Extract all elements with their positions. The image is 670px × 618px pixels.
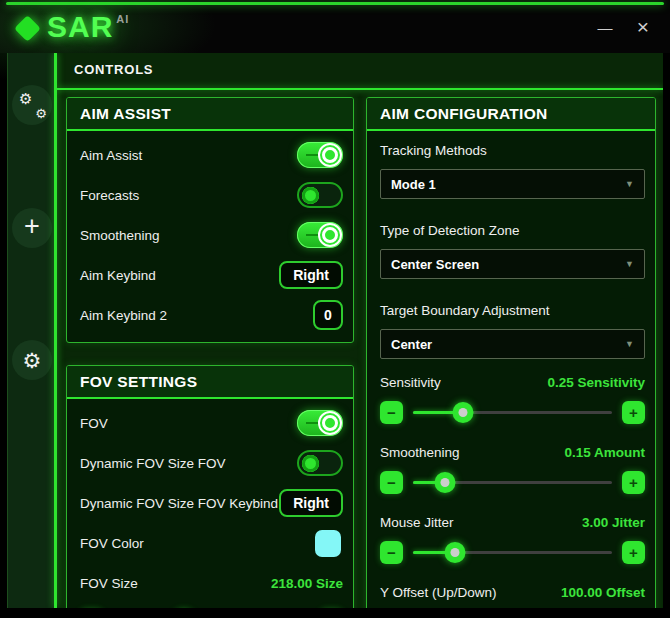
dropdown-label: Tracking Methods — [380, 141, 645, 161]
page-title: CONTROLS — [74, 62, 153, 77]
slider-value: 3.00 Jitter — [582, 515, 645, 530]
fov-color-row: FOV Color — [80, 523, 343, 563]
slider-label-row: Sensitivity 0.25 Sensitivity — [380, 372, 645, 392]
brand-title: SAR — [47, 12, 113, 42]
aim-configuration-body: Tracking Methods Mode 1 ▼ Type of Detect… — [367, 131, 655, 606]
dynamic-fov-toggle-row: Dynamic FOV Size FOV — [80, 443, 343, 483]
sidebar-item-settings[interactable]: ⚙ — [12, 340, 52, 380]
sensitivity-slider: − + — [380, 401, 645, 424]
row-label: FOV — [80, 416, 108, 431]
dynamic-fov-keybind-row: Dynamic FOV Size FOV Keybind Right — [80, 483, 343, 523]
aim-assist-header: AIM ASSIST — [67, 98, 353, 131]
fov-settings-panel: FOV SETTINGS FOV Dynamic FOV Size FOV Dy… — [66, 365, 354, 608]
content-area: ⚙⚙ + ⚙ CONTROLS AIM ASSIST Aim Assist — [7, 53, 663, 608]
dynamic-fov-toggle[interactable] — [297, 450, 343, 476]
slider-value: 100.00 Offset — [561, 585, 645, 600]
slider-thumb[interactable] — [444, 542, 465, 563]
dynamic-fov-keybind-button[interactable]: Right — [279, 489, 343, 517]
fov-toggle[interactable] — [297, 410, 343, 436]
slider-thumb-dot — [450, 548, 459, 557]
aim-keybind-button[interactable]: Right — [279, 261, 343, 289]
toggle-knob — [302, 455, 319, 472]
aim-assist-toggle-row: Aim Assist — [80, 135, 343, 175]
minimize-button[interactable]: — — [592, 14, 618, 40]
slider-minus-button[interactable]: − — [380, 541, 403, 564]
forecasts-toggle[interactable] — [297, 182, 343, 208]
fov-size-value: 218.00 Size — [271, 576, 343, 591]
detection-zone-dropdown[interactable]: Center Screen ▼ — [380, 249, 645, 279]
forecasts-toggle-row: Forecasts — [80, 175, 343, 215]
fov-size-row: FOV Size 218.00 Size — [80, 563, 343, 603]
slider-thumb-dot — [440, 478, 449, 487]
boundary-adjustment-dropdown[interactable]: Center ▼ — [380, 329, 645, 359]
top-accent-line — [6, 2, 664, 5]
brand-superscript: AI — [116, 13, 129, 25]
sidebar-accent-line — [54, 53, 57, 608]
dropdown-value: Mode 1 — [391, 177, 436, 192]
aim-assist-title: AIM ASSIST — [80, 105, 171, 123]
smoothening-toggle[interactable] — [297, 222, 343, 248]
row-label: Aim Keybind 2 — [80, 308, 167, 323]
diamond-icon — [14, 15, 41, 42]
aim-keybind-2-button[interactable]: 0 — [313, 300, 343, 330]
sensitivity-group: Sensitivity 0.25 Sensitivity − + — [380, 372, 645, 424]
slider-value: 0.25 Sensitivity — [547, 375, 645, 390]
mouse-jitter-group: Mouse Jitter 3.00 Jitter − + — [380, 512, 645, 564]
app-window: SAR AI — × ⚙⚙ + ⚙ CONTROLS AIM ASSIST — [0, 0, 670, 618]
aim-assist-panel: AIM ASSIST Aim Assist Forecasts Smoothen… — [66, 97, 354, 343]
slider-track[interactable] — [413, 401, 612, 424]
row-label: Dynamic FOV Size FOV Keybind — [80, 496, 278, 511]
slider-value: 0.15 Amount — [564, 445, 645, 460]
slider-plus-button[interactable]: + — [622, 541, 645, 564]
smoothening-toggle-row: Smoothening — [80, 215, 343, 255]
fov-toggle-row: FOV — [80, 403, 343, 443]
aim-assist-toggle[interactable] — [297, 142, 343, 168]
toggle-knob — [318, 223, 342, 247]
row-label: FOV Color — [80, 536, 144, 551]
slider-label: Mouse Jitter — [380, 515, 454, 530]
smoothening-group: Smoothening 0.15 Amount − + — [380, 442, 645, 494]
slider-minus-button[interactable]: − — [380, 471, 403, 494]
row-label: Dynamic FOV Size FOV — [80, 456, 226, 471]
close-button[interactable]: × — [630, 14, 656, 40]
aim-assist-body: Aim Assist Forecasts Smoothening Aim Key… — [67, 131, 353, 339]
fov-settings-title: FOV SETTINGS — [80, 373, 197, 391]
gear-icon: ⚙ — [23, 350, 42, 371]
mouse-jitter-slider: − + — [380, 541, 645, 564]
slider-label: Smoothening — [380, 445, 460, 460]
row-label: Aim Keybind — [80, 268, 156, 283]
slider-thumb-dot — [458, 408, 467, 417]
aim-keybind-row: Aim Keybind Right — [80, 255, 343, 295]
fov-color-swatch[interactable] — [315, 530, 341, 557]
toggle-knob — [318, 143, 342, 167]
slider-track[interactable] — [413, 471, 612, 494]
chevron-down-icon: ▼ — [625, 259, 634, 269]
double-gear-icon: ⚙⚙ — [19, 92, 45, 118]
slider-thumb[interactable] — [434, 472, 455, 493]
fov-settings-body: FOV Dynamic FOV Size FOV Dynamic FOV Siz… — [67, 399, 353, 608]
slider-minus-button[interactable]: − — [380, 401, 403, 424]
chevron-down-icon: ▼ — [625, 339, 634, 349]
slider-plus-button[interactable]: + — [622, 401, 645, 424]
sidebar-item-add[interactable]: + — [12, 208, 52, 248]
boundary-adjustment-group: Target Boundary Adjustment Center ▼ — [380, 301, 645, 359]
row-label: Smoothening — [80, 228, 160, 243]
slider-label: Y Offset (Up/Down) — [380, 585, 497, 600]
smoothening-slider: − + — [380, 471, 645, 494]
slider-thumb[interactable] — [452, 402, 473, 423]
dropdown-value: Center — [391, 337, 432, 352]
tracking-methods-dropdown[interactable]: Mode 1 ▼ — [380, 169, 645, 199]
slider-label-row: Mouse Jitter 3.00 Jitter — [380, 512, 645, 532]
aim-configuration-panel: AIM CONFIGURATION Tracking Methods Mode … — [366, 97, 656, 608]
slider-plus-button[interactable]: + — [622, 471, 645, 494]
detection-zone-group: Type of Detection Zone Center Screen ▼ — [380, 221, 645, 279]
slider-track[interactable] — [413, 541, 612, 564]
aim-configuration-header: AIM CONFIGURATION — [367, 98, 655, 131]
dropdown-label: Type of Detection Zone — [380, 221, 645, 241]
toggle-knob — [302, 187, 319, 204]
row-label: FOV Size — [80, 576, 138, 591]
slider-label-row: Smoothening 0.15 Amount — [380, 442, 645, 462]
sidebar-item-automation[interactable]: ⚙⚙ — [12, 85, 52, 125]
dropdown-label: Target Boundary Adjustment — [380, 301, 645, 321]
slider-label-row: Y Offset (Up/Down) 100.00 Offset — [380, 582, 645, 602]
